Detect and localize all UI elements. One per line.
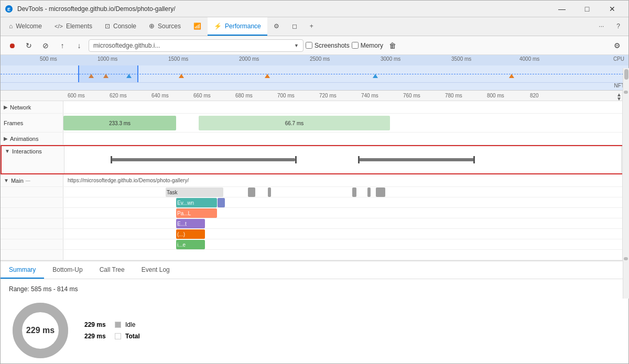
- screenshots-checkbox-label[interactable]: Screenshots: [306, 42, 350, 49]
- tab-welcome-label: Welcome: [16, 23, 42, 30]
- flame-row-3: Pa...L: [1, 208, 628, 218]
- flame-purple-2[interactable]: [218, 198, 225, 207]
- flame-paint[interactable]: Pa...L: [176, 208, 217, 218]
- total-color: [115, 333, 121, 339]
- flame-content-1: Task: [63, 187, 628, 197]
- memory-checkbox-label[interactable]: Memory: [352, 42, 383, 49]
- flame-inline[interactable]: i...e: [176, 240, 205, 249]
- clear-icon: ⊘: [42, 41, 49, 50]
- tick-2000: 2000 ms: [239, 56, 259, 62]
- screenshots-checkbox[interactable]: [306, 42, 312, 49]
- main-dash: —: [26, 178, 30, 183]
- add-icon: +: [310, 23, 313, 30]
- delete-icon: 🗑: [389, 41, 396, 50]
- tab-sources[interactable]: ⊕ Sources: [143, 17, 187, 36]
- tab-elements[interactable]: </> Elements: [48, 17, 99, 36]
- tab-add[interactable]: +: [303, 17, 320, 36]
- console-icon: ⊡: [105, 23, 110, 30]
- animations-label: Animations: [10, 136, 38, 142]
- tab-screenshot[interactable]: ◻: [286, 17, 303, 36]
- flame-small-5[interactable]: [352, 187, 356, 197]
- flame-row-5: (...): [1, 229, 628, 239]
- tick-2500: 2500 ms: [310, 56, 330, 62]
- url-bar: microsoftedge.github.i... ▼: [89, 39, 303, 52]
- tab-help[interactable]: ?: [610, 17, 626, 36]
- flame-event[interactable]: E...t: [176, 219, 205, 228]
- flame-task[interactable]: Task: [166, 187, 223, 197]
- frame-label-2: 66.7 ms: [285, 120, 304, 126]
- interactions-row-label: ▼ Interactions: [2, 146, 64, 173]
- refresh-record-button[interactable]: ↻: [21, 38, 36, 53]
- record-button[interactable]: ⏺: [5, 38, 19, 53]
- idle-ms: 229 ms: [84, 321, 111, 328]
- scroll-down-icon[interactable]: ▼: [616, 96, 622, 101]
- minimize-button[interactable]: —: [550, 1, 574, 17]
- frame-label-1: 233.3 ms: [109, 120, 131, 126]
- wifi-icon: 📶: [193, 23, 201, 30]
- tab-summary[interactable]: Summary: [1, 261, 44, 279]
- interactions-expand-icon[interactable]: ▼: [5, 148, 10, 154]
- performance-icon: ⚡: [214, 23, 222, 30]
- donut-chart: 229 ms: [9, 299, 72, 362]
- flame-content-4: E...t: [63, 218, 628, 228]
- frames-row-content: 233.3 ms 66.7 ms: [63, 114, 628, 132]
- clear-button[interactable]: ⊘: [38, 38, 53, 53]
- main-expand-icon[interactable]: ▼: [4, 178, 9, 183]
- flame-small-3[interactable]: [248, 187, 255, 197]
- tab-welcome[interactable]: ⌂ Welcome: [3, 17, 48, 36]
- selection-overlay[interactable]: [78, 65, 138, 82]
- flame-event-down[interactable]: Ev...wn: [176, 198, 217, 207]
- tab-more[interactable]: ···: [592, 17, 610, 36]
- screenshot-icon: ◻: [292, 23, 297, 30]
- memory-label: Memory: [361, 42, 383, 49]
- tick-660: 660 ms: [193, 93, 211, 98]
- flame-small-4[interactable]: [268, 187, 271, 197]
- tick-740: 740 ms: [361, 93, 378, 98]
- tab-bottom-up[interactable]: Bottom-Up: [44, 261, 91, 279]
- flame-anon[interactable]: (...): [176, 229, 205, 239]
- delete-button[interactable]: 🗑: [385, 38, 400, 53]
- sources-icon: ⊕: [149, 22, 155, 30]
- welcome-icon: ⌂: [9, 23, 13, 30]
- animations-expand-icon[interactable]: ▶: [4, 136, 8, 141]
- event-marker-6: [373, 74, 378, 78]
- tick-640: 640 ms: [151, 93, 169, 98]
- network-row-content: [63, 101, 628, 113]
- network-row: ▶ Network: [1, 101, 628, 114]
- settings-button[interactable]: ⚙: [610, 38, 624, 53]
- tick-700: 700 ms: [277, 93, 295, 98]
- tab-wifi[interactable]: 📶: [187, 17, 208, 36]
- upload-button[interactable]: ↑: [55, 38, 70, 53]
- tick-720: 720 ms: [319, 93, 337, 98]
- flame-small-1[interactable]: [367, 187, 371, 197]
- help-icon: ?: [616, 23, 620, 30]
- animations-row-label: ▶ Animations: [1, 133, 63, 145]
- flame-content-6: i...e: [63, 239, 628, 249]
- memory-checkbox[interactable]: [352, 42, 359, 49]
- frame-block-1[interactable]: 233.3 ms: [63, 116, 176, 130]
- svg-text:E: E: [7, 7, 10, 12]
- timeline-scrollbar[interactable]: [622, 91, 628, 260]
- frame-block-2[interactable]: 66.7 ms: [199, 116, 390, 130]
- flame-small-2[interactable]: [376, 187, 385, 197]
- frames-row-label: Frames: [1, 114, 63, 132]
- network-expand-icon[interactable]: ▶: [4, 104, 8, 110]
- tick-1000: 1000 ms: [97, 56, 117, 62]
- tab-event-log[interactable]: Event Log: [133, 261, 178, 279]
- idle-color: [115, 322, 121, 328]
- tick-500: 500 ms: [40, 56, 57, 62]
- tab-performance[interactable]: ⚡ Performance: [208, 17, 267, 36]
- flame-row-2: Ev...wn: [1, 197, 628, 208]
- flame-spacer-3: [1, 208, 63, 218]
- tab-bar: ⌂ Welcome </> Elements ⊡ Console ⊕ Sourc…: [1, 17, 628, 36]
- tab-console[interactable]: ⊡ Console: [99, 17, 143, 36]
- refresh-icon: ↻: [26, 41, 32, 50]
- interactions-section: ▼ Interactions ▲ ▼: [1, 145, 628, 174]
- tab-settings[interactable]: ⚙: [267, 17, 286, 36]
- tick-3000: 3000 ms: [381, 56, 400, 62]
- close-button[interactable]: ✕: [600, 1, 624, 17]
- maximize-button[interactable]: □: [575, 1, 599, 17]
- tab-call-tree[interactable]: Call Tree: [91, 261, 133, 279]
- tick-4000: 4000 ms: [519, 56, 539, 62]
- download-button[interactable]: ↓: [72, 38, 86, 53]
